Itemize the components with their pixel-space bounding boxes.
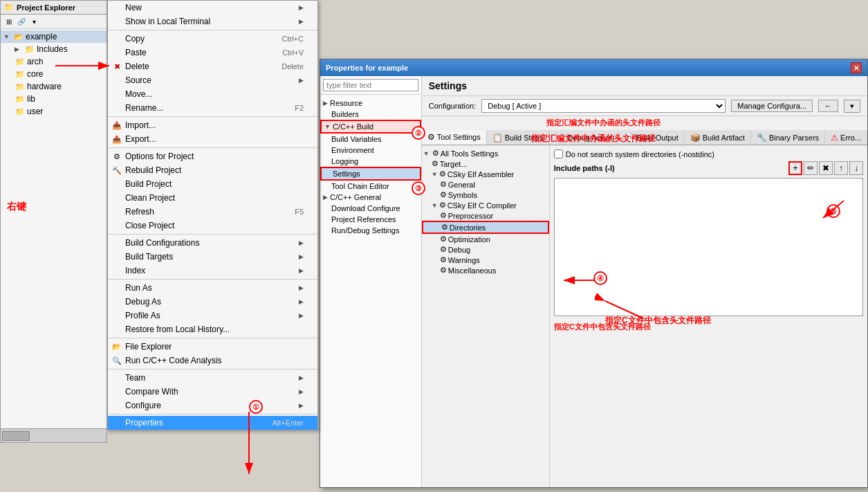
tool-tree-preprocessor[interactable]: ⚙ Preprocessor	[422, 210, 549, 221]
nav-item-cpp-build[interactable]: ▼ C/C++ Build	[320, 120, 421, 134]
move-up-button[interactable]: ↑	[834, 161, 848, 175]
menu-item-restore-local-history[interactable]: Restore from Local History...	[108, 322, 317, 336]
move-down-button[interactable]: ↓	[849, 161, 863, 175]
menu-item-paste[interactable]: Paste Ctrl+V	[108, 46, 317, 60]
tree-item-core[interactable]: 📁 core	[1, 68, 107, 80]
edit-path-button[interactable]: ✏	[804, 161, 818, 175]
scrollbar[interactable]	[1, 428, 107, 442]
tool-tree-miscellaneous[interactable]: ⚙ Miscellaneous	[422, 265, 549, 275]
nav-item-project-references[interactable]: Project References	[320, 214, 421, 225]
expand-arrow: ▶	[15, 46, 23, 53]
tool-tree-symbols[interactable]: ⚙ Symbols	[422, 190, 549, 200]
submenu-arrow-icon: ▶	[299, 77, 304, 84]
tab-build-artifact[interactable]: 📦 Build Artifact	[685, 130, 751, 145]
tool-tree-directories[interactable]: ⚙ Directories	[422, 221, 549, 234]
menu-item-configure[interactable]: Configure ▶	[108, 399, 317, 412]
menu-item-clean-project[interactable]: Clean Project	[108, 191, 317, 205]
menu-item-team[interactable]: Team ▶	[108, 371, 317, 385]
tool-tree-optimization[interactable]: ⚙ Optimization	[422, 234, 549, 244]
menu-item-debug-as[interactable]: Debug As ▶	[108, 295, 317, 309]
nav-item-environment[interactable]: Environment	[320, 145, 421, 156]
folder-icon: 📁	[15, 93, 26, 104]
config-select[interactable]: Debug [ Active ]	[481, 99, 726, 113]
menu-item-copy[interactable]: Copy Ctrl+C	[108, 32, 317, 46]
tree-item-user[interactable]: 📁 user	[1, 105, 107, 118]
expand-arrow-icon: ▼	[432, 171, 438, 178]
nav-item-tool-chain-editor[interactable]: Tool Chain Editor	[320, 181, 421, 192]
tree-item-label: hardware	[27, 82, 62, 91]
scrollbar-thumb[interactable]	[2, 431, 30, 441]
menu-item-rebuild-project[interactable]: 🔨 Rebuild Project	[108, 163, 317, 177]
view-menu-icon[interactable]: ▾	[28, 16, 39, 27]
add-path-button[interactable]: +	[788, 161, 802, 175]
tree-node-label: General	[448, 181, 475, 189]
tab-binary-parsers[interactable]: 🔧 Binary Parsers	[751, 130, 825, 145]
menu-item-compare-with[interactable]: Compare With ▶	[108, 385, 317, 399]
tree-item-arch[interactable]: 📁 arch	[1, 55, 107, 68]
menu-item-close-project[interactable]: Close Project	[108, 219, 317, 233]
folder-icon: 📁	[15, 106, 26, 117]
submenu-arrow-icon: ▶	[299, 267, 304, 274]
delete-path-button[interactable]: ✖	[819, 161, 833, 175]
nav-item-settings[interactable]: Settings	[320, 167, 421, 181]
tree-item-label: arch	[27, 57, 43, 66]
menu-item-build-configurations[interactable]: Build Configurations ▶	[108, 236, 317, 250]
manage-config-button[interactable]: Manage Configura...	[731, 100, 813, 112]
menu-item-file-explorer[interactable]: 📂 File Explorer	[108, 340, 317, 354]
menu-item-delete[interactable]: ✖ Delete Delete	[108, 60, 317, 73]
menu-item-run-as[interactable]: Run As ▶	[108, 281, 317, 295]
nav-item-download-configure[interactable]: Download Configure	[320, 203, 421, 214]
close-button[interactable]: ✕	[851, 62, 862, 73]
tool-tree-general[interactable]: ⚙ General	[422, 179, 549, 190]
tree-item-includes[interactable]: ▶ 📁 Includes	[1, 43, 107, 55]
menu-item-run-code-analysis[interactable]: 🔍 Run C/C++ Code Analysis	[108, 354, 317, 367]
menu-item-export[interactable]: 📤 Export...	[108, 132, 317, 146]
menu-item-index[interactable]: Index ▶	[108, 264, 317, 277]
tree-item-example[interactable]: ▼ 📂 example	[1, 30, 107, 43]
nav-forward-button[interactable]: ▾	[844, 100, 860, 113]
tab-tool-settings[interactable]: ⚙ Tool Settings	[422, 130, 487, 145]
tool-tree-debug[interactable]: ⚙ Debug	[422, 244, 549, 255]
tool-tree-target[interactable]: ⚙ Target...	[422, 158, 549, 169]
nav-item-build-variables[interactable]: Build Variables	[320, 134, 421, 145]
tool-tree-all-tools[interactable]: ▼ ⚙ All Tools Settings	[422, 148, 549, 158]
menu-item-refresh[interactable]: Refresh F5	[108, 205, 317, 219]
collapse-all-icon[interactable]: ⊞	[3, 16, 15, 27]
menu-item-move[interactable]: Move...	[108, 87, 317, 101]
nav-back-button[interactable]: ←	[818, 100, 838, 112]
menu-item-profile-as[interactable]: Profile As ▶	[108, 309, 317, 322]
menu-item-properties[interactable]: Properties Alt+Enter	[108, 416, 317, 430]
file-explorer-icon: 📂	[111, 341, 122, 352]
menu-item-build-project[interactable]: Build Project	[108, 177, 317, 191]
filter-input[interactable]	[323, 79, 418, 91]
menu-item-options-for-project[interactable]: ⚙ Options for Project	[108, 149, 317, 163]
tool-tree-warnings[interactable]: ⚙ Warnings	[422, 255, 549, 265]
tree-item-lib[interactable]: 📁 lib	[1, 93, 107, 105]
menu-item-import[interactable]: 📥 Import...	[108, 118, 317, 132]
menu-item-label: Copy	[125, 34, 145, 44]
nav-item-logging[interactable]: Logging	[320, 156, 421, 167]
nav-item-label: Builders	[331, 110, 359, 118]
link-editor-icon[interactable]: 🔗	[16, 16, 27, 27]
menu-item-show-local-terminal[interactable]: Show in Local Terminal ▶	[108, 15, 317, 28]
nav-item-resource[interactable]: ▶ Resource	[320, 98, 421, 109]
nostdinc-checkbox[interactable]	[554, 149, 563, 158]
tool-tree-csky-assembler[interactable]: ▼ ⚙ CSky Elf Assembler	[422, 169, 549, 179]
menu-item-rename[interactable]: Rename... F2	[108, 101, 317, 115]
tool-tree-c-compiler[interactable]: ▼ ⚙ CSky Elf C Compiler	[422, 200, 549, 210]
tab-error[interactable]: ⚠ Erro...	[825, 130, 867, 145]
folder-icon: 📁	[15, 81, 26, 92]
menu-item-label: New	[125, 3, 142, 12]
nav-item-builders[interactable]: Builders	[320, 109, 421, 120]
nav-item-cpp-general[interactable]: ▶ C/C++ General	[320, 192, 421, 203]
menu-separator	[108, 338, 317, 338]
tree-item-hardware[interactable]: 📁 hardware	[1, 80, 107, 93]
menu-item-build-targets[interactable]: Build Targets ▶	[108, 250, 317, 264]
nav-item-run-debug-settings[interactable]: Run/Debug Settings	[320, 225, 421, 236]
menu-item-new[interactable]: New ▶	[108, 1, 317, 15]
menu-item-source[interactable]: Source ▶	[108, 73, 317, 87]
project-explorer-header: 📁 Project Explorer	[1, 1, 107, 15]
tool-tree-panel: ▼ ⚙ All Tools Settings ⚙ Target... ▼ ⚙ C…	[422, 145, 550, 487]
project-explorer-title: Project Explorer	[17, 3, 75, 12]
expand-arrow: ▼	[3, 33, 12, 40]
